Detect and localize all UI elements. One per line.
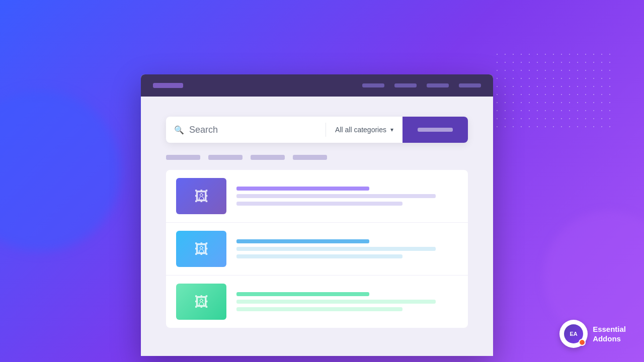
nav-link-3[interactable] [427,83,449,87]
result-list: 🖼 🖼 [166,170,468,328]
filter-tab-1[interactable] [166,155,200,160]
result-thumbnail-purple: 🖼 [176,178,226,214]
ea-badge: EA Essential Addons [559,320,626,348]
ea-label: Essential Addons [593,324,626,344]
browser-navbar [141,74,493,97]
result-body-line-1 [236,300,436,304]
result-item[interactable]: 🖼 [166,170,468,223]
category-dropdown[interactable]: All all categories ▾ [326,126,403,134]
search-button[interactable] [403,117,468,143]
result-body-line-2 [236,254,403,258]
nav-link-1[interactable] [362,83,384,87]
category-label: All all categories [335,126,386,134]
result-lines [236,239,458,258]
search-bar: 🔍 Search All all categories ▾ [166,117,468,143]
search-icon: 🔍 [174,125,184,135]
nav-brand [153,83,183,88]
result-item[interactable]: 🖼 [166,223,468,276]
chevron-down-icon: ▾ [390,126,393,133]
nav-link-4[interactable] [459,83,481,87]
result-item[interactable]: 🖼 [166,276,468,328]
filter-tabs [166,155,468,160]
ea-dot [579,339,586,346]
browser-content: 🔍 Search All all categories ▾ [141,97,493,343]
ea-icon-circle: EA [559,320,588,348]
dot-pattern [493,50,614,131]
image-icon: 🖼 [194,294,208,310]
image-icon: 🖼 [194,241,208,257]
image-icon: 🖼 [194,188,208,205]
nav-link-2[interactable] [394,83,417,87]
search-input-section[interactable]: 🔍 Search [166,125,326,135]
result-body-line-1 [236,194,436,198]
filter-tab-4[interactable] [293,155,327,160]
bg-blob-left [0,90,121,251]
ea-label-line2: Addons [593,334,626,344]
browser-window: 🔍 Search All all categories ▾ [141,74,493,356]
filter-tab-3[interactable] [251,155,285,160]
result-title-line [236,292,369,296]
search-placeholder: Search [189,125,218,135]
result-thumbnail-green: 🖼 [176,284,226,320]
result-thumbnail-blue: 🖼 [176,231,226,267]
filter-tab-2[interactable] [208,155,243,160]
result-title-line [236,187,369,191]
ea-label-line1: Essential [593,324,626,334]
result-body-line-2 [236,307,403,311]
result-body-line-1 [236,247,436,251]
search-button-bar [418,128,453,132]
result-body-line-2 [236,202,403,206]
ea-text: EA [570,331,577,337]
result-lines [236,292,458,311]
result-title-line [236,239,369,243]
result-lines [236,187,458,206]
